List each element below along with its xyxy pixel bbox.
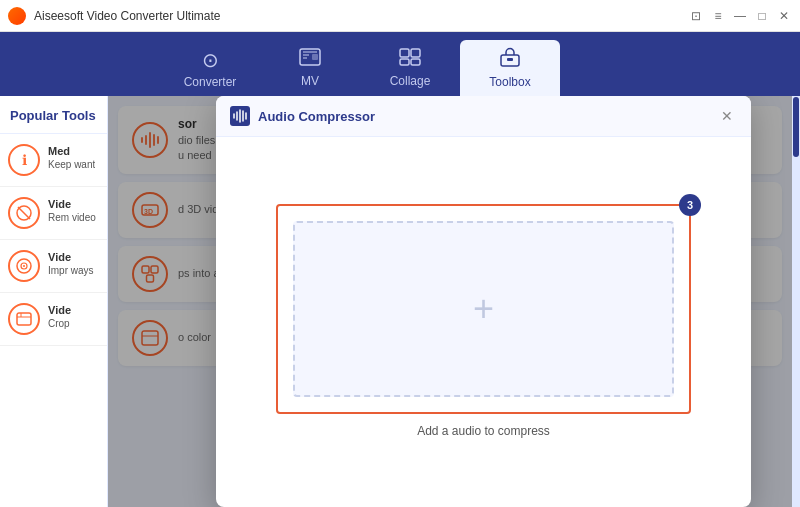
svg-rect-5 (411, 59, 420, 65)
sidebar-video3-text: Vide Crop (48, 303, 71, 330)
converter-label: Converter (184, 75, 237, 89)
mv-label: MV (301, 74, 319, 88)
sidebar-title: Popular Tools (0, 108, 107, 134)
drop-zone-inner: + (293, 221, 674, 397)
modal-header-icon (230, 106, 250, 126)
sidebar-video2-text: Vide Impr ways (48, 250, 94, 277)
sidebar-video1-text: Vide Rem video (48, 197, 96, 224)
collage-icon (399, 48, 421, 71)
drop-zone-plus-icon: + (473, 291, 494, 327)
tab-collage[interactable]: Collage (360, 40, 460, 96)
audio-compressor-modal: Audio Compressor ✕ + 3 Add a audio to co… (216, 96, 751, 507)
menu-btn[interactable]: ≡ (710, 8, 726, 24)
modal-close-btn[interactable]: ✕ (717, 106, 737, 126)
sidebar-item-video3[interactable]: Vide Crop (0, 293, 107, 346)
scrollbar-thumb[interactable] (793, 97, 799, 157)
sidebar-item-media[interactable]: ℹ Med Keep want (0, 134, 107, 187)
drop-zone-wrapper: + 3 (276, 204, 691, 414)
window-controls: ⊡ ≡ — □ ✕ (688, 8, 792, 24)
close-btn[interactable]: ✕ (776, 8, 792, 24)
mv-icon (299, 48, 321, 71)
video2-icon (8, 250, 40, 282)
converter-icon: ⊙ (202, 48, 219, 72)
toolbox-label: Toolbox (489, 75, 530, 89)
app-title: Aiseesoft Video Converter Ultimate (34, 9, 688, 23)
drop-zone-label: Add a audio to compress (417, 424, 550, 438)
main-content: Popular Tools ℹ Med Keep want Vide Rem v… (0, 96, 800, 507)
sidebar-item-video2[interactable]: Vide Impr ways (0, 240, 107, 293)
svg-point-12 (23, 265, 25, 267)
content-area: sor dio files to theu need 3D d 3D video… (108, 96, 792, 507)
toolbox-icon (499, 47, 521, 72)
tab-mv[interactable]: MV (260, 40, 360, 96)
nav-bar: ⊙ Converter MV Collage (0, 32, 800, 96)
collage-label: Collage (390, 74, 431, 88)
sidebar-media-text: Med Keep want (48, 144, 95, 171)
svg-rect-3 (411, 49, 420, 57)
media-icon: ℹ (8, 144, 40, 176)
sidebar-item-video1[interactable]: Vide Rem video (0, 187, 107, 240)
video3-icon (8, 303, 40, 335)
sidebar: Popular Tools ℹ Med Keep want Vide Rem v… (0, 96, 108, 507)
modal-overlay: Audio Compressor ✕ + 3 Add a audio to co… (108, 96, 792, 507)
maximize-btn[interactable]: □ (754, 8, 770, 24)
app-logo (8, 7, 26, 25)
title-bar: Aiseesoft Video Converter Ultimate ⊡ ≡ —… (0, 0, 800, 32)
minimize-btn[interactable]: — (732, 8, 748, 24)
drop-zone[interactable]: + (276, 204, 691, 414)
tab-toolbox[interactable]: Toolbox (460, 40, 560, 96)
video1-icon (8, 197, 40, 229)
modal-header: Audio Compressor ✕ (216, 96, 751, 137)
svg-rect-7 (507, 58, 513, 61)
modal-body: + 3 Add a audio to compress (216, 137, 751, 504)
scrollbar[interactable] (792, 96, 800, 507)
drop-zone-badge: 3 (679, 194, 701, 216)
tab-converter[interactable]: ⊙ Converter (160, 40, 260, 96)
svg-rect-1 (312, 54, 318, 60)
svg-rect-4 (400, 59, 409, 65)
message-btn[interactable]: ⊡ (688, 8, 704, 24)
svg-line-9 (18, 207, 30, 219)
modal-title: Audio Compressor (258, 109, 717, 124)
svg-rect-2 (400, 49, 409, 57)
svg-rect-13 (17, 313, 31, 325)
